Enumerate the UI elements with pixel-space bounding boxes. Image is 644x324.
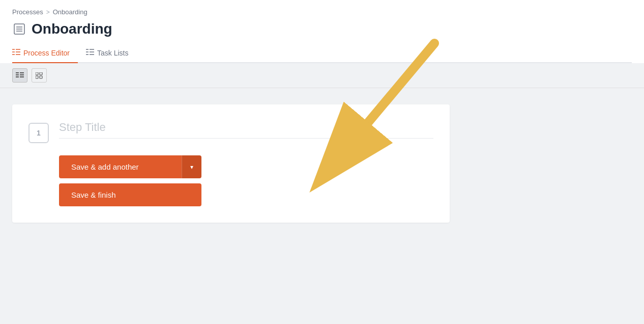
page-title: Onboarding xyxy=(32,21,112,37)
save-add-another-group: Save & add another ▾ xyxy=(59,155,201,178)
save-finish-button[interactable]: Save & finish xyxy=(59,183,201,206)
svg-rect-20 xyxy=(20,74,24,75)
step-number-badge: 1 xyxy=(28,123,49,143)
step-title-input[interactable] xyxy=(59,121,433,139)
tab-task-lists[interactable]: Task Lists xyxy=(86,43,136,63)
svg-rect-18 xyxy=(16,76,19,77)
save-add-another-button[interactable]: Save & add another xyxy=(59,155,182,178)
svg-rect-25 xyxy=(40,76,42,78)
toolbar xyxy=(0,63,644,88)
svg-rect-23 xyxy=(40,72,42,75)
chevron-down-icon: ▾ xyxy=(190,164,193,171)
save-add-dropdown-button[interactable]: ▾ xyxy=(182,155,201,178)
page-title-row: Onboarding xyxy=(12,21,632,37)
svg-rect-16 xyxy=(16,72,19,73)
breadcrumb-current: Onboarding xyxy=(53,8,87,16)
breadcrumb: Processes > Onboarding xyxy=(12,8,632,16)
task-lists-icon xyxy=(86,48,94,57)
tab-task-lists-label: Task Lists xyxy=(97,49,128,57)
breadcrumb-separator: > xyxy=(46,9,50,16)
list-view-button[interactable] xyxy=(12,68,27,83)
svg-rect-17 xyxy=(16,74,19,75)
tab-process-editor[interactable]: Process Editor xyxy=(12,43,78,63)
main-content: 1 Save & add another ▾ Save & finish xyxy=(0,88,644,324)
step-card: 1 Save & add another ▾ Save & finish xyxy=(12,104,450,223)
page-wrapper: Processes > Onboarding Onboarding xyxy=(0,0,644,324)
header: Processes > Onboarding Onboarding xyxy=(0,0,644,63)
grid-view-button[interactable] xyxy=(32,68,47,83)
step-header: 1 xyxy=(28,121,433,143)
svg-rect-24 xyxy=(36,76,38,78)
svg-rect-19 xyxy=(20,72,24,73)
list-icon xyxy=(12,22,26,36)
breadcrumb-parent[interactable]: Processes xyxy=(12,8,43,16)
action-buttons: Save & add another ▾ Save & finish xyxy=(59,155,433,206)
tabs: Process Editor Task Lists xyxy=(12,43,632,63)
svg-rect-21 xyxy=(20,76,24,77)
process-editor-icon xyxy=(12,48,20,57)
tab-process-editor-label: Process Editor xyxy=(23,49,70,57)
svg-rect-22 xyxy=(36,72,38,75)
